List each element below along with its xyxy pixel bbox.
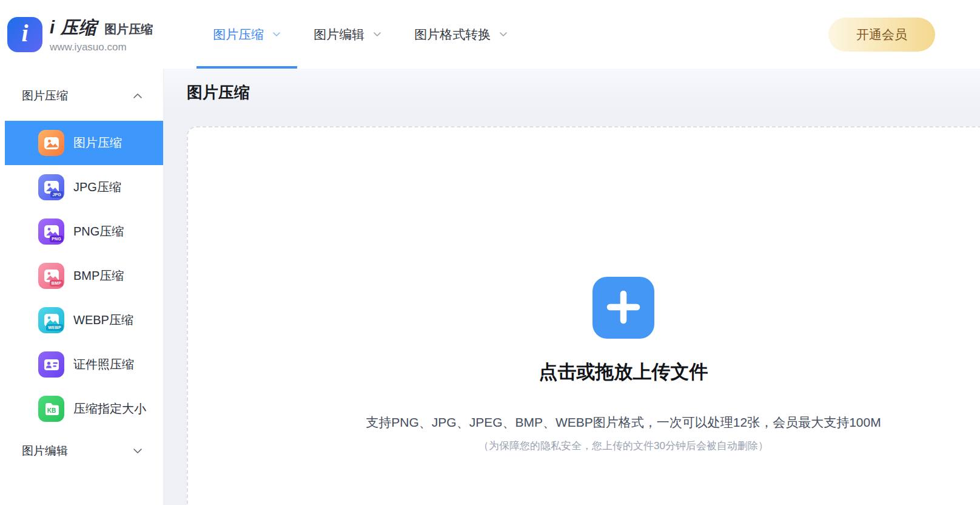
logo-url: www.iyasuo.com bbox=[50, 41, 153, 53]
sidebar-item-id-photo-compress[interactable]: 证件照压缩 bbox=[5, 342, 163, 387]
sidebar-item-target-size-compress[interactable]: KB 压缩指定大小 bbox=[5, 387, 163, 431]
open-membership-button[interactable]: 开通会员 bbox=[828, 18, 935, 52]
webp-format-badge: WEBP bbox=[46, 324, 63, 331]
sidebar-item-jpg-compress[interactable]: JPG JPG压缩 bbox=[5, 165, 163, 209]
bmp-format-badge: BMP bbox=[50, 280, 63, 286]
upload-privacy-note: （为保障您的隐私安全，您上传的文件30分钟后会被自动删除） bbox=[478, 439, 768, 453]
chevron-down-icon bbox=[133, 448, 143, 454]
chevron-down-icon bbox=[499, 32, 508, 37]
site-logo[interactable]: i i 压缩 图片压缩 www.iyasuo.com bbox=[7, 16, 153, 53]
page-title: 图片压缩 bbox=[187, 81, 980, 104]
logo-icon: i bbox=[7, 17, 42, 52]
png-compress-icon: PNG bbox=[38, 219, 64, 245]
nav-tab-image-edit[interactable]: 图片编辑 bbox=[297, 0, 398, 69]
logo-title: i 压缩 bbox=[50, 16, 97, 40]
nav-tab-image-compress[interactable]: 图片压缩 bbox=[196, 0, 297, 69]
sidebar-item-bmp-compress[interactable]: BMP BMP压缩 bbox=[5, 254, 163, 298]
upload-title: 点击或拖放上传文件 bbox=[539, 359, 708, 385]
png-format-badge: PNG bbox=[50, 236, 63, 242]
upload-dropzone[interactable]: 点击或拖放上传文件 支持PNG、JPG、JPEG、BMP、WEBP图片格式，一次… bbox=[187, 126, 980, 505]
sidebar-item-webp-compress[interactable]: WEBP WEBP压缩 bbox=[5, 298, 163, 342]
upload-format-hint: 支持PNG、JPG、JPEG、BMP、WEBP图片格式，一次可以处理12张，会员… bbox=[366, 414, 881, 431]
main-nav: 图片压缩 图片编辑 图片格式转换 bbox=[196, 0, 524, 69]
webp-compress-icon: WEBP bbox=[38, 307, 64, 333]
bmp-compress-icon: BMP bbox=[38, 263, 64, 289]
nav-tab-format-convert[interactable]: 图片格式转换 bbox=[398, 0, 524, 69]
sidebar: 图片压缩 图片压缩 bbox=[0, 69, 164, 505]
main-content: 图片压缩 点击或拖放上传文件 支持PNG、JPG、JPEG、BMP、WEBP图片… bbox=[164, 69, 980, 505]
sidebar-item-image-compress[interactable]: 图片压缩 bbox=[5, 121, 163, 165]
sidebar-item-png-compress[interactable]: PNG PNG压缩 bbox=[5, 209, 163, 254]
sidebar-section-image-compress[interactable]: 图片压缩 bbox=[0, 69, 163, 121]
chevron-down-icon bbox=[272, 32, 281, 37]
logo-subtitle: 图片压缩 bbox=[104, 21, 153, 38]
id-photo-compress-icon bbox=[38, 351, 64, 378]
top-header: i i 压缩 图片压缩 www.iyasuo.com 图片压缩 图片编辑 图片格… bbox=[0, 0, 980, 69]
jpg-compress-icon: JPG bbox=[38, 174, 64, 200]
chevron-up-icon bbox=[133, 93, 143, 99]
chevron-down-icon bbox=[373, 32, 381, 37]
add-files-button[interactable] bbox=[592, 277, 654, 339]
image-compress-icon bbox=[38, 130, 64, 156]
svg-text:KB: KB bbox=[47, 407, 55, 414]
plus-icon bbox=[605, 289, 642, 327]
sidebar-section-image-edit[interactable]: 图片编辑 bbox=[0, 431, 163, 471]
jpg-format-badge: JPG bbox=[50, 191, 63, 198]
target-size-compress-icon: KB bbox=[38, 396, 64, 422]
